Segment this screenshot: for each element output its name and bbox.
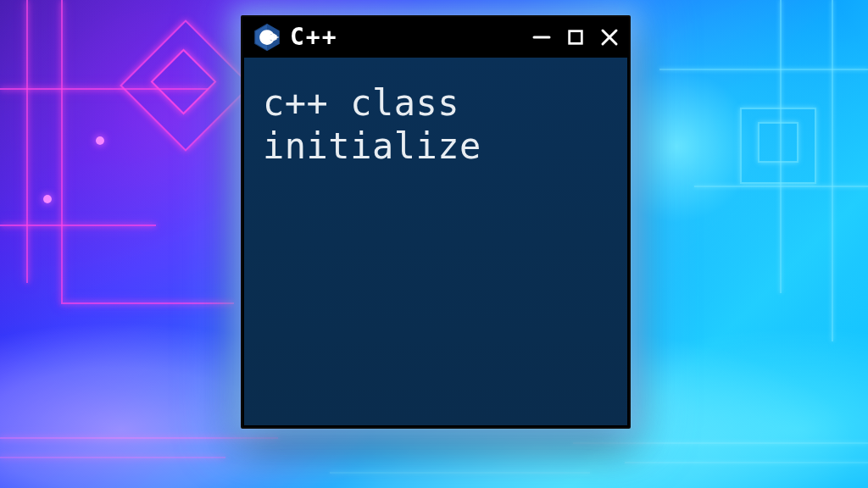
cpp-logo-icon bbox=[253, 23, 281, 52]
svg-rect-5 bbox=[274, 36, 278, 37]
minimize-button[interactable] bbox=[531, 26, 553, 48]
svg-rect-7 bbox=[570, 30, 582, 43]
maximize-icon bbox=[566, 28, 585, 47]
terminal-window: C++ c++ class initialize bbox=[241, 15, 631, 429]
window-title: C++ bbox=[290, 25, 338, 49]
svg-rect-3 bbox=[270, 36, 274, 37]
maximize-button[interactable] bbox=[565, 26, 587, 48]
close-icon bbox=[599, 27, 620, 47]
terminal-text: c++ class initialize bbox=[263, 81, 609, 168]
close-button[interactable] bbox=[598, 26, 620, 48]
titlebar[interactable]: C++ bbox=[242, 17, 629, 58]
window-controls bbox=[531, 26, 620, 48]
minimize-icon bbox=[531, 27, 552, 47]
terminal-content-area[interactable]: c++ class initialize bbox=[244, 58, 627, 425]
